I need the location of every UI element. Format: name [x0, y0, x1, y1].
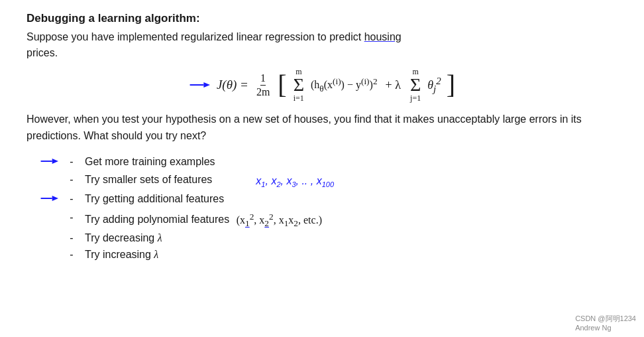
bullet-text-2: Try smaller sets of features: [85, 172, 212, 188]
dash-4: -: [62, 210, 81, 226]
dash-5: -: [62, 230, 81, 247]
formula-block: J(θ) = 1 2m [ m Σ i=1 (hθ(x(i)) − y(i))2…: [27, 68, 617, 102]
formula-arrow: [189, 80, 210, 90]
list-item-1: - Get more training examples: [40, 154, 617, 172]
bullet-text-5: Try decreasing λ: [85, 230, 162, 247]
intro-line1: Suppose you have implemented regularized…: [27, 31, 361, 42]
arrow-bullet-icon-1: [40, 156, 58, 167]
bullet-text-3: Try getting additional features: [85, 191, 224, 208]
list-item-2: - Try smaller sets of features x1, x2, x…: [40, 172, 617, 191]
bullet-text-6: Try increasing λ: [85, 247, 158, 263]
bullet-text-4: Try adding polynomial features (x12, x22…: [85, 210, 322, 230]
svg-marker-1: [203, 82, 210, 88]
summation-1: m Σ i=1: [294, 68, 304, 102]
handwritten-note-features: x1, x2, x3, .. , x100: [256, 172, 334, 191]
list-item-3: - Try getting additional features: [40, 191, 617, 210]
svg-marker-3: [52, 159, 58, 164]
summation-2: m Σ j=1: [410, 68, 421, 102]
bullet-list: - Get more training examples - Try small…: [27, 154, 617, 263]
list-item-6: - Try increasing λ: [40, 247, 617, 263]
intro-line2: prices.: [27, 47, 58, 58]
however-paragraph: However, when you test your hypothesis o…: [27, 111, 617, 145]
formula-lambda: + λ: [386, 78, 401, 92]
dash-2: -: [62, 172, 81, 188]
dash-3: -: [62, 191, 81, 208]
intro-paragraph: Suppose you have implemented regularized…: [27, 29, 617, 61]
cost-function-formula: J(θ) = 1 2m [ m Σ i=1 (hθ(x(i)) − y(i))2…: [217, 68, 455, 102]
page-title: Debugging a learning algorithm:: [27, 12, 617, 25]
formula-fraction: 1 2m: [256, 72, 270, 98]
formula-j-theta: J(θ) =: [217, 78, 248, 92]
poly-math-formula: (x12, x22, x1x2, etc.): [237, 214, 322, 226]
bullet-arrow-1: [40, 154, 58, 172]
bracket-close: ]: [447, 72, 455, 98]
dash-6: -: [62, 247, 81, 263]
arrow-bullet-icon-3: [40, 193, 58, 204]
formula-theta-squared: θj2: [427, 76, 441, 95]
dash-1: -: [62, 154, 81, 170]
list-item-4: - Try adding polynomial features (x12, x…: [40, 210, 617, 230]
watermark: CSDN @阿明1234Andrew Ng: [575, 314, 636, 332]
list-item-5: - Try decreasing λ: [40, 230, 617, 247]
formula-squared-term: (hθ(x(i)) − y(i))2: [311, 76, 378, 94]
housing-word: housing: [364, 31, 402, 42]
svg-marker-5: [52, 196, 58, 201]
bullet-arrow-3: [40, 191, 58, 210]
bracket-open: [: [278, 72, 286, 98]
bullet-text-1: Get more training examples: [85, 154, 215, 170]
arrow-icon: [189, 80, 210, 90]
